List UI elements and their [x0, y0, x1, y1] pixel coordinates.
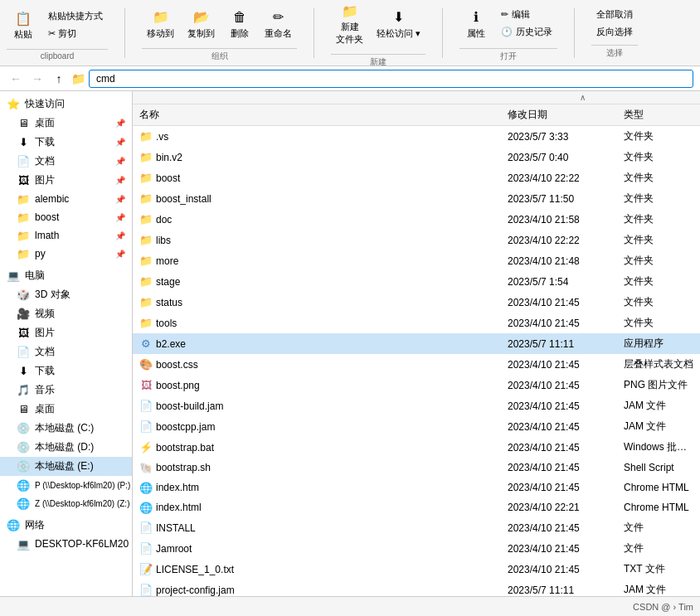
sidebar-item-videos[interactable]: 🎥 视频 — [0, 304, 132, 323]
sidebar-item-network[interactable]: 🌐 网络 — [0, 516, 132, 535]
sidebar-item-local-e[interactable]: 💿 本地磁盘 (E:) — [0, 457, 132, 476]
copy-icon: 📂 — [192, 7, 211, 27]
sidebar-item-network-z[interactable]: 🌐 Z (\\Desktop-kf6lm20) (Z:) — [0, 494, 132, 512]
table-row[interactable]: 🌐 index.html 2023/4/10 22:21 Chrome HTML — [133, 497, 700, 517]
sidebar-item-lmath[interactable]: 📁 lmath 📌 — [0, 226, 132, 245]
header-type[interactable]: 类型 — [617, 104, 700, 125]
table-row[interactable]: ⚙ b2.exe 2023/5/7 11:11 应用程序 — [133, 333, 700, 354]
sidebar-item-music[interactable]: 🎵 音乐 — [0, 381, 132, 400]
sidebar-item-label: 电脑 — [25, 269, 45, 283]
file-name-cell: 🌐 index.html — [133, 499, 501, 516]
sidebar-item-local-d[interactable]: 💿 本地磁盘 (D:) — [0, 438, 132, 457]
file-name-cell: 📁 .vs — [133, 129, 501, 145]
sidebar-item-desktop2[interactable]: 🖥 桌面 — [0, 400, 132, 419]
table-row[interactable]: 📁 tools 2023/4/10 21:45 文件夹 — [133, 313, 700, 333]
table-row[interactable]: 📄 project-config.jam 2023/5/7 11:11 JAM … — [133, 580, 700, 596]
sidebar-item-3d[interactable]: 🎲 3D 对象 — [0, 285, 132, 304]
new-folder-button[interactable]: 📁 新建 文件夹 — [331, 0, 368, 49]
sidebar-item-documents[interactable]: 📄 文档 📌 — [0, 152, 132, 171]
clipboard-group: 📋 粘贴 粘贴快捷方式 ✂ 剪切 clipboard — [7, 5, 108, 61]
table-row[interactable]: 📁 doc 2023/4/10 21:58 文件夹 — [133, 209, 700, 230]
copy-to-button[interactable]: 📂 复制到 — [182, 4, 220, 43]
file-icon: 🌐 — [139, 481, 153, 494]
table-row[interactable]: ⚡ bootstrap.bat 2023/4/10 21:45 Windows … — [133, 437, 700, 458]
file-rows-container: 📁 .vs 2023/5/7 3:33 文件夹 📁 bin.v2 2023/5/… — [133, 126, 700, 596]
table-row[interactable]: 📁 boost 2023/4/10 22:22 文件夹 — [133, 167, 700, 188]
table-row[interactable]: 🖼 boost.png 2023/4/10 21:45 PNG 图片文件 — [133, 375, 700, 395]
file-name: tools — [156, 318, 177, 329]
file-name-cell: 📄 boostcpp.jam — [133, 419, 501, 435]
edit-button[interactable]: ✏ 编辑 — [496, 7, 557, 22]
up-button[interactable]: ↑ — [50, 70, 68, 88]
header-date[interactable]: 修改日期 — [501, 104, 617, 125]
delete-label: 删除 — [231, 27, 249, 40]
table-row[interactable]: 📄 Jamroot 2023/4/10 21:45 文件 — [133, 538, 700, 559]
properties-button[interactable]: ℹ 属性 — [459, 4, 493, 43]
sidebar-item-alembic[interactable]: 📁 alembic 📌 — [0, 190, 132, 208]
history-label: 历史记录 — [516, 26, 552, 38]
file-type: 文件夹 — [617, 169, 700, 187]
delete-button[interactable]: 🗑 删除 — [223, 4, 256, 43]
file-icon: 📄 — [139, 521, 153, 535]
sidebar-item-pictures2[interactable]: 🖼 图片 — [0, 323, 132, 342]
invert-button[interactable]: 反向选择 — [591, 24, 638, 40]
cut-button[interactable]: ✂ 剪切 — [43, 26, 108, 41]
sidebar-item-documents2[interactable]: 📄 文档 — [0, 342, 132, 361]
up-icon: ↑ — [56, 72, 62, 85]
header-date-label: 修改日期 — [508, 109, 547, 120]
easy-access-button[interactable]: ⬇ 轻松访问 ▾ — [372, 4, 425, 43]
sidebar-item-boost[interactable]: 📁 boost 📌 — [0, 208, 132, 226]
sidebar-item-pictures[interactable]: 🖼 图片 📌 — [0, 171, 132, 190]
sidebar-item-local-c[interactable]: 💿 本地磁盘 (C:) — [0, 419, 132, 438]
paste-button[interactable]: 📋 粘贴 — [7, 5, 40, 44]
select-all-button[interactable]: 全部取消 — [591, 7, 638, 22]
table-row[interactable]: 📁 .vs 2023/5/7 3:33 文件夹 — [133, 126, 700, 147]
file-icon: 📁 — [139, 213, 153, 226]
file-date: 2023/4/10 21:45 — [501, 357, 617, 372]
open-buttons: ℹ 属性 ✏ 编辑 🕐 历史记录 — [459, 4, 557, 43]
file-name-cell: 🐚 bootstrap.sh — [133, 459, 501, 476]
sidebar-item-label: 桌面 — [35, 402, 55, 416]
select-group: 全部取消 反向选择 选择 — [591, 7, 638, 59]
address-input[interactable] — [89, 70, 693, 88]
table-row[interactable]: 📁 stage 2023/5/7 1:54 文件夹 — [133, 271, 700, 292]
paste-shortcut-button[interactable]: 粘贴快捷方式 — [43, 8, 108, 24]
file-type: JAM 文件 — [617, 418, 700, 435]
table-row[interactable]: 📁 bin.v2 2023/5/7 0:40 文件夹 — [133, 147, 700, 167]
table-row[interactable]: 📁 status 2023/4/10 21:45 文件夹 — [133, 292, 700, 313]
move-to-button[interactable]: 📁 移动到 — [142, 4, 179, 43]
table-row[interactable]: 🎨 boost.css 2023/4/10 21:45 层叠样式表文档 — [133, 354, 700, 375]
table-row[interactable]: 📄 boost-build.jam 2023/4/10 21:45 JAM 文件 — [133, 395, 700, 416]
sidebar-item-download[interactable]: ⬇ 下载 📌 — [0, 133, 132, 152]
rename-button[interactable]: ✏ 重命名 — [260, 4, 297, 43]
sidebar-item-py[interactable]: 📁 py 📌 — [0, 245, 132, 263]
sidebar-item-desktop[interactable]: 🖥 桌面 📌 — [0, 114, 132, 133]
file-name: project-config.jam — [156, 584, 235, 596]
sidebar-item-desktop-name[interactable]: 💻 DESKTOP-KF6LM20 — [0, 535, 132, 553]
edit-icon: ✏ — [501, 9, 508, 20]
table-row[interactable]: 📄 boostcpp.jam 2023/4/10 21:45 JAM 文件 — [133, 416, 700, 437]
table-row[interactable]: 📁 more 2023/4/10 21:48 文件夹 — [133, 250, 700, 271]
sidebar-item-network-p[interactable]: 🌐 P (\\Desktop-kf6lm20) (P:) — [0, 476, 132, 494]
move-label: 移动到 — [147, 27, 174, 40]
file-name: doc — [156, 214, 172, 226]
table-row[interactable]: 📄 INSTALL 2023/4/10 21:45 文件 — [133, 517, 700, 538]
file-name-cell: 📄 Jamroot — [133, 541, 501, 557]
file-name: libs — [156, 235, 171, 246]
file-icon: 📁 — [139, 275, 153, 289]
file-name-cell: 📁 libs — [133, 232, 501, 249]
back-button[interactable]: ← — [7, 70, 25, 88]
sidebar-item-downloads2[interactable]: ⬇ 下载 — [0, 361, 132, 381]
sidebar-item-quick-access[interactable]: ⭐ 快速访问 — [0, 95, 132, 114]
table-row[interactable]: 📁 boost_install 2023/5/7 11:50 文件夹 — [133, 188, 700, 209]
forward-button[interactable]: → — [28, 70, 46, 88]
table-row[interactable]: 🐚 bootstrap.sh 2023/4/10 21:45 Shell Scr… — [133, 458, 700, 478]
disk-c-icon: 💿 — [17, 422, 30, 435]
table-row[interactable]: 📝 LICENSE_1_0.txt 2023/4/10 21:45 TXT 文件 — [133, 559, 700, 580]
history-button[interactable]: 🕐 历史记录 — [496, 24, 557, 40]
sidebar-item-this-pc[interactable]: 💻 电脑 — [0, 266, 132, 285]
table-row[interactable]: 🌐 index.htm 2023/4/10 21:45 Chrome HTML — [133, 478, 700, 497]
table-row[interactable]: 📁 libs 2023/4/10 22:22 文件夹 — [133, 230, 700, 250]
sidebar-item-label: 3D 对象 — [35, 288, 70, 302]
header-name[interactable]: 名称 — [133, 104, 501, 125]
